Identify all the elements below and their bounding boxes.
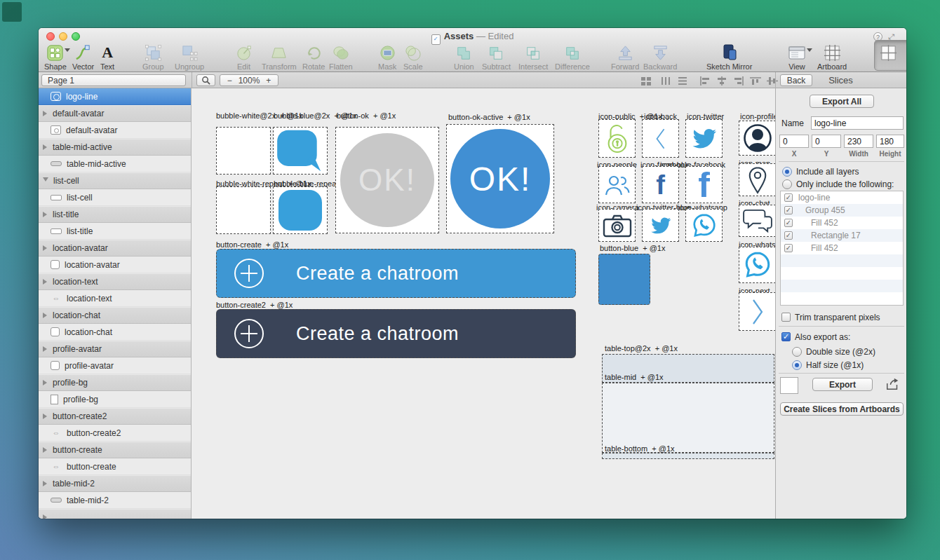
page-selector[interactable]: Page 1: [41, 74, 186, 86]
sketch-mirror-button[interactable]: Sketch Mirror: [706, 43, 752, 71]
export-slice-button[interactable]: Export: [812, 378, 873, 391]
align-left-icon[interactable]: [699, 76, 711, 85]
sidebar-item-location-avatar[interactable]: location-avatar: [39, 257, 191, 273]
sidebar-group-button-create[interactable]: button-create: [39, 442, 191, 458]
disclosure-triangle-icon[interactable]: [43, 111, 47, 116]
intersect-button[interactable]: Intersect: [518, 43, 548, 71]
canvas[interactable]: bubble-white@2x + @1x bubble-blue@2x + @…: [192, 88, 775, 519]
slice-icon-next[interactable]: [739, 292, 775, 331]
artboard-button[interactable]: Artboard: [817, 43, 847, 71]
include-all-layers-radio[interactable]: [782, 167, 792, 177]
double-size-radio[interactable]: [792, 347, 802, 357]
sidebar-item-button-create2[interactable]: button-create2: [39, 425, 191, 442]
slice-icon-twitter-blue[interactable]: [642, 209, 679, 242]
layer-row[interactable]: Fill 452: [781, 242, 903, 254]
slice-button-create[interactable]: Create a chatroom: [216, 249, 576, 298]
zoom-in-button[interactable]: +: [266, 76, 271, 86]
slice-bubble-blue-repeat[interactable]: [273, 186, 328, 234]
slice-icon-whatsapp[interactable]: [685, 209, 723, 242]
sidebar-item-location-text[interactable]: location-text: [39, 290, 191, 307]
group-button[interactable]: Group: [142, 43, 164, 71]
export-all-button[interactable]: Export All: [810, 95, 874, 108]
grid-view-icon[interactable]: [640, 76, 652, 85]
subtract-button[interactable]: Subtract: [482, 43, 511, 71]
sidebar-group-profile-avatar[interactable]: profile-avatar: [39, 341, 191, 357]
edit-button[interactable]: Edit: [235, 43, 253, 71]
sidebar-item-list-title[interactable]: list-title: [39, 223, 191, 240]
checkbox-checked-icon[interactable]: [784, 219, 793, 227]
disclosure-triangle-icon[interactable]: [43, 212, 47, 217]
y-field[interactable]: [812, 135, 841, 148]
sidebar-group-location-chat[interactable]: location-chat: [39, 307, 191, 324]
align-top-icon[interactable]: [750, 76, 761, 85]
layer-row[interactable]: logo-line: [781, 191, 903, 204]
layer-checklist[interactable]: logo-line Group 455 Fill 452 Rectangle 1…: [780, 191, 904, 306]
width-field[interactable]: [844, 135, 873, 148]
disclosure-triangle-icon[interactable]: [43, 514, 47, 519]
name-field[interactable]: [811, 116, 904, 130]
sidebar-item-button-create[interactable]: button-create: [39, 458, 191, 475]
sidebar-group-list-cell[interactable]: list-cell: [39, 172, 191, 189]
slice-button-blue[interactable]: [598, 254, 650, 305]
disclosure-triangle-icon[interactable]: [43, 380, 47, 385]
disclosure-triangle-icon[interactable]: [43, 481, 47, 486]
sidebar-group-default-avatar[interactable]: default-avatar: [39, 105, 191, 122]
zoom-control[interactable]: − 100% +: [220, 74, 278, 86]
sidebar-group-location-text[interactable]: location-text: [39, 273, 191, 290]
slice-icon-profile[interactable]: [739, 121, 775, 156]
slice-button-ok[interactable]: OK!: [335, 127, 439, 233]
slice-bubble-white-repeat[interactable]: [216, 186, 271, 234]
flatten-button[interactable]: Flatten: [329, 43, 353, 71]
sidebar-item-default-avatar[interactable]: default-avatar: [39, 122, 191, 139]
sidebar-item-profile-bg[interactable]: profile-bg: [39, 391, 191, 408]
share-icon[interactable]: [885, 377, 901, 393]
sidebar-item-list-cell[interactable]: list-cell: [39, 189, 191, 206]
export-button[interactable]: Export: [878, 43, 900, 71]
sidebar-group-button-create2[interactable]: button-create2: [39, 408, 191, 425]
disclosure-triangle-icon[interactable]: [43, 279, 47, 285]
align-right-icon[interactable]: [733, 76, 744, 85]
slice-button-create2[interactable]: Create a chatroom: [216, 309, 576, 358]
disclosure-triangle-open-icon[interactable]: [43, 177, 48, 184]
sidebar-group-table-mid-active[interactable]: table-mid-active: [39, 139, 191, 156]
mask-button[interactable]: Mask: [378, 43, 396, 71]
sidebar-group-location-avatar[interactable]: location-avatar: [39, 240, 191, 257]
sidebar-item-table-mid-active[interactable]: table-mid-active: [39, 156, 191, 172]
zoom-out-button[interactable]: −: [227, 76, 232, 86]
slice-table-bottom[interactable]: [602, 453, 774, 459]
sidebar-group-list-title[interactable]: list-title: [39, 206, 191, 223]
sidebar-item-location-chat[interactable]: location-chat: [39, 324, 191, 341]
half-size-radio[interactable]: [792, 360, 802, 370]
sidebar-group-table-mid-2[interactable]: table-mid-2: [39, 475, 191, 492]
x-field[interactable]: [779, 135, 809, 148]
sidebar-item-logo-line[interactable]: logo-line: [39, 88, 191, 105]
ungroup-button[interactable]: Ungroup: [175, 43, 204, 71]
disclosure-triangle-icon[interactable]: [43, 414, 47, 419]
checkbox-checked-icon[interactable]: [784, 206, 793, 214]
search-button[interactable]: [196, 74, 215, 86]
slice-icon-map[interactable]: [739, 163, 775, 196]
transform-button[interactable]: Transform: [262, 43, 297, 71]
disclosure-triangle-icon[interactable]: [43, 245, 47, 251]
also-export-checkbox[interactable]: [781, 332, 791, 341]
slice-icon-public[interactable]: [598, 119, 636, 158]
disclosure-triangle-icon[interactable]: [43, 313, 47, 318]
scale-button[interactable]: Scale: [403, 43, 423, 71]
slice-icon-camera[interactable]: [598, 209, 636, 242]
slice-icon-whatsapp2[interactable]: [739, 247, 775, 283]
height-field[interactable]: [876, 135, 904, 148]
slice-icon-people[interactable]: [598, 166, 636, 203]
align-center-horizontal-icon[interactable]: [716, 76, 727, 85]
sidebar-item-profile-avatar[interactable]: profile-avatar: [39, 357, 191, 374]
checkbox-checked-icon[interactable]: [784, 231, 793, 240]
trim-checkbox[interactable]: [781, 313, 791, 322]
view-button[interactable]: View: [788, 43, 806, 71]
difference-button[interactable]: Difference: [555, 43, 590, 71]
shape-tool-button[interactable]: Shape: [44, 43, 67, 71]
layer-row[interactable]: Rectangle 17: [781, 229, 903, 242]
rotate-button[interactable]: Rotate: [302, 43, 325, 71]
disclosure-triangle-icon[interactable]: [43, 447, 47, 453]
only-include-radio[interactable]: [782, 179, 792, 189]
distribute-horizontal-icon[interactable]: [660, 76, 671, 85]
disclosure-triangle-icon[interactable]: [43, 144, 47, 150]
